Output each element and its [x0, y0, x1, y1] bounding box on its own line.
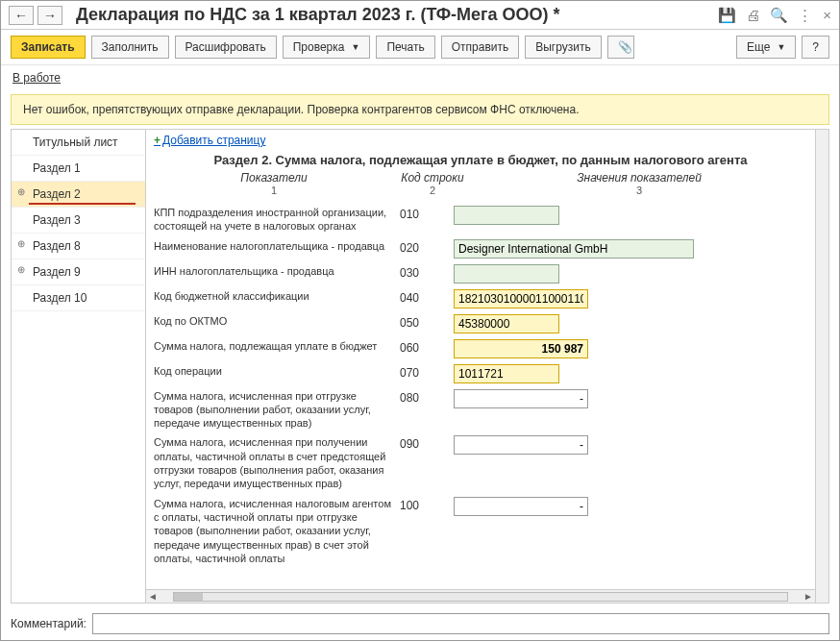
row-label: Код бюджетной классификации	[154, 289, 394, 303]
write-button[interactable]: Записать	[11, 36, 86, 59]
row-input-100[interactable]	[454, 497, 588, 516]
row-code: 020	[400, 239, 448, 255]
row-input-040[interactable]	[454, 289, 588, 308]
row-label: КПП подразделения иностранной организаци…	[154, 206, 394, 234]
row-code: 050	[400, 314, 448, 330]
sidebar-item-5[interactable]: Раздел 9	[12, 259, 145, 285]
row-input-070[interactable]	[454, 364, 559, 383]
row-input-010[interactable]	[454, 206, 559, 225]
sidebar-item-1[interactable]: Раздел 1	[12, 156, 145, 182]
col-num-3: 3	[471, 185, 807, 196]
form-row-090: Сумма налога, исчисленная при получении …	[154, 435, 807, 490]
sidebar: Титульный листРаздел 1Раздел 2Раздел 3Ра…	[12, 130, 146, 603]
comment-input[interactable]	[92, 613, 829, 634]
send-button[interactable]: Отправить	[441, 36, 520, 59]
form-row-050: Код по ОКТМО050	[154, 314, 807, 333]
notice-banner: Нет ошибок, препятствующих отправке декл…	[11, 94, 829, 125]
status-bar: В работе	[1, 65, 839, 90]
sidebar-item-3[interactable]: Раздел 3	[12, 208, 145, 234]
row-input-050[interactable]	[454, 314, 559, 333]
status-link[interactable]: В работе	[12, 71, 61, 85]
workspace: Титульный листРаздел 1Раздел 2Раздел 3Ра…	[11, 129, 829, 604]
add-page-link[interactable]: +Добавить страницу	[154, 134, 265, 147]
row-code: 030	[400, 264, 448, 280]
form-row-010: КПП подразделения иностранной организаци…	[154, 206, 807, 234]
form-row-060: Сумма налога, подлежащая уплате в бюджет…	[154, 339, 807, 358]
form-row-020: Наименование налогоплательщика - продавц…	[154, 239, 807, 259]
row-code: 010	[400, 206, 448, 221]
row-input-090[interactable]	[454, 435, 588, 455]
window-title: Декларация по НДС за 1 квартал 2023 г. (…	[76, 5, 714, 25]
sidebar-item-2[interactable]: Раздел 2	[12, 182, 145, 208]
col-header-value: Значения показателей	[471, 171, 807, 185]
scroll-right-icon[interactable]: ►	[802, 591, 815, 602]
row-input-060[interactable]	[454, 339, 588, 358]
form-row-030: ИНН налогоплательщика - продавца030	[154, 264, 807, 284]
export-button[interactable]: Выгрузить	[525, 36, 602, 59]
preview-icon[interactable]: 🔍	[770, 7, 788, 24]
row-label: Код по ОКТМО	[154, 314, 394, 328]
help-button[interactable]: ?	[802, 36, 829, 59]
col-num-1: 1	[154, 185, 394, 196]
form-row-080: Сумма налога, исчисленная при отгрузке т…	[154, 389, 807, 431]
row-label: Код операции	[154, 364, 394, 378]
row-label: Сумма налога, подлежащая уплате в бюджет	[154, 339, 394, 353]
row-label: Сумма налога, исчисленная при отгрузке т…	[154, 389, 394, 431]
content-area: +Добавить страницу Раздел 2. Сумма налог…	[146, 130, 828, 603]
app-window: ← → Декларация по НДС за 1 квартал 2023 …	[0, 0, 840, 641]
form-row-070: Код операции070	[154, 364, 807, 383]
forward-button[interactable]: →	[37, 6, 62, 25]
col-num-2: 2	[394, 185, 471, 196]
more-icon[interactable]: ⋮	[798, 7, 813, 24]
row-code: 070	[400, 364, 448, 380]
comment-label: Комментарий:	[11, 617, 86, 630]
form-rows: КПП подразделения иностранной организаци…	[146, 206, 815, 589]
more-button[interactable]: Еще▼	[736, 36, 796, 59]
sidebar-item-0[interactable]: Титульный лист	[12, 130, 145, 156]
row-input-030[interactable]	[454, 264, 559, 284]
row-label: ИНН налогоплательщика - продавца	[154, 264, 394, 278]
fill-button[interactable]: Заполнить	[91, 36, 169, 59]
row-code: 090	[400, 435, 448, 451]
horizontal-scrollbar[interactable]: ◄ ►	[146, 589, 815, 603]
sidebar-item-6[interactable]: Раздел 10	[12, 285, 145, 311]
vertical-scrollbar[interactable]	[815, 130, 828, 603]
save-icon[interactable]: 💾	[718, 7, 736, 24]
col-header-label: Показатели	[154, 171, 394, 185]
print-icon[interactable]: 🖨	[746, 7, 760, 23]
form-row-100: Сумма налога, исчисленная налоговым аген…	[154, 497, 807, 565]
row-input-020[interactable]	[454, 239, 694, 259]
close-icon[interactable]: ×	[823, 7, 831, 23]
col-header-code: Код строки	[394, 171, 471, 185]
row-code: 060	[400, 339, 448, 355]
back-button[interactable]: ←	[9, 6, 34, 25]
row-code: 040	[400, 289, 448, 305]
row-code: 080	[400, 389, 448, 405]
row-input-080[interactable]	[454, 389, 588, 408]
form-row-040: Код бюджетной классификации040	[154, 289, 807, 308]
check-button[interactable]: Проверка▼	[283, 36, 371, 59]
row-label: Наименование налогоплательщика - продавц…	[154, 239, 394, 253]
row-label: Сумма налога, исчисленная при получении …	[154, 435, 394, 490]
scroll-left-icon[interactable]: ◄	[146, 591, 160, 602]
footer: Комментарий:	[1, 607, 839, 640]
toolbar: Записать Заполнить Расшифровать Проверка…	[1, 30, 839, 65]
attach-button[interactable]: 📎	[607, 36, 634, 59]
titlebar: ← → Декларация по НДС за 1 квартал 2023 …	[1, 1, 839, 30]
section-title: Раздел 2. Сумма налога, подлежащая уплат…	[154, 153, 807, 167]
print-button[interactable]: Печать	[376, 36, 434, 59]
decode-button[interactable]: Расшифровать	[175, 36, 277, 59]
row-code: 100	[400, 497, 448, 512]
sidebar-item-4[interactable]: Раздел 8	[12, 234, 145, 259]
row-label: Сумма налога, исчисленная налоговым аген…	[154, 497, 394, 565]
